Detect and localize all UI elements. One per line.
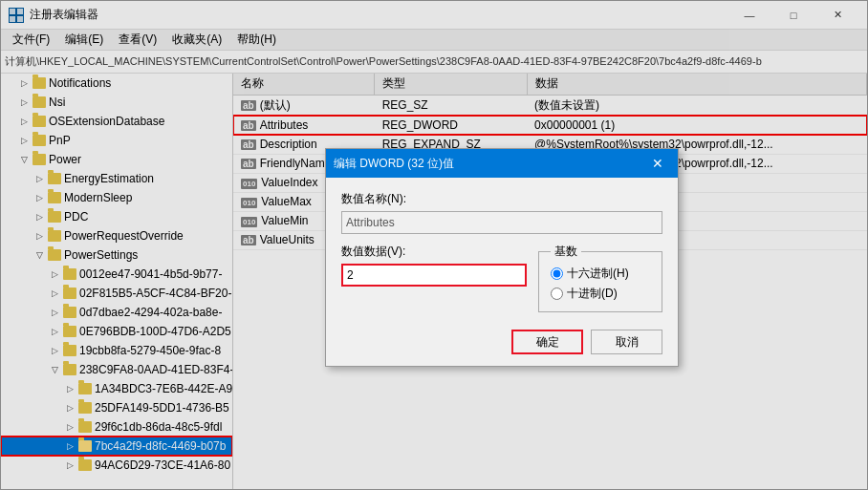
base-legend: 基数 xyxy=(551,244,581,260)
radio-hex-label: 十六进制(H) xyxy=(567,266,629,282)
dialog-value-row: 数值数据(V): 基数 十六进制(H) 十进制(D) xyxy=(341,244,662,312)
dialog-title-bar: 编辑 DWORD (32 位)值 ✕ xyxy=(326,149,678,178)
value-data-label: 数值数据(V): xyxy=(341,244,527,260)
dialog-close-button[interactable]: ✕ xyxy=(645,151,670,176)
dialog-title: 编辑 DWORD (32 位)值 xyxy=(334,156,645,172)
radio-hex-row: 十六进制(H) xyxy=(551,266,650,282)
value-data-section: 数值数据(V): xyxy=(341,244,527,296)
base-fieldset: 基数 十六进制(H) 十进制(D) xyxy=(538,244,662,312)
cancel-button[interactable]: 取消 xyxy=(591,330,662,354)
base-section: 基数 十六进制(H) 十进制(D) xyxy=(538,244,662,312)
radio-hex[interactable] xyxy=(551,267,563,280)
radio-dec-label: 十进制(D) xyxy=(567,286,618,302)
dialog-buttons: 确定 取消 xyxy=(326,322,678,366)
edit-dword-dialog: 编辑 DWORD (32 位)值 ✕ 数值名称(N): 数值数据(V): 基数 … xyxy=(325,148,679,367)
value-name-input[interactable] xyxy=(341,211,662,234)
ok-button[interactable]: 确定 xyxy=(511,330,583,354)
dialog-overlay: 编辑 DWORD (32 位)值 ✕ 数值名称(N): 数值数据(V): 基数 … xyxy=(0,0,868,490)
radio-dec-row: 十进制(D) xyxy=(551,286,650,302)
dialog-body: 数值名称(N): 数值数据(V): 基数 十六进制(H) xyxy=(326,178,678,322)
value-name-label: 数值名称(N): xyxy=(341,191,662,207)
value-data-input[interactable] xyxy=(341,264,527,287)
radio-dec[interactable] xyxy=(551,288,563,300)
